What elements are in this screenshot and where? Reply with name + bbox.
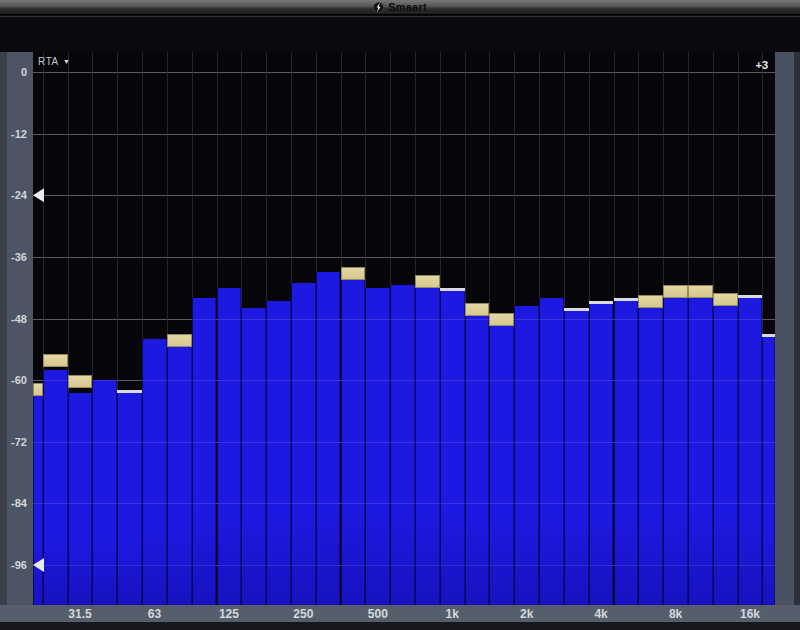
peak-hold-block-8k <box>663 285 688 298</box>
y-axis-label--36: -36 <box>0 250 30 264</box>
rta-bar-800 <box>415 283 440 606</box>
peak-hold-block-10k <box>688 285 713 298</box>
horizontal-gridline-overlay <box>33 565 775 566</box>
rta-bar-10k <box>688 290 713 605</box>
peak-hold-block-800 <box>415 275 440 288</box>
rta-bar-2.5k <box>539 298 564 605</box>
peak-hold-line-4k <box>589 301 614 304</box>
rta-bar-6.3k <box>638 301 663 606</box>
rta-bar-3.15k <box>564 311 589 605</box>
rta-bar-20 <box>33 396 43 606</box>
bottom-window-border <box>0 622 800 630</box>
rta-bar-12.5k <box>713 298 738 605</box>
peak-hold-line-50 <box>117 390 142 393</box>
right-window-border <box>794 52 800 605</box>
horizontal-gridline-overlay <box>33 442 775 443</box>
rta-bar-31.5 <box>68 393 93 605</box>
peak-hold-block-20 <box>33 383 43 396</box>
top-panel <box>0 16 800 52</box>
rta-bar-16k <box>738 298 763 605</box>
rta-bar-160 <box>241 308 266 605</box>
peak-hold-block-25 <box>43 354 68 367</box>
x-axis-label-500: 500 <box>356 606 400 622</box>
y-axis-label-0: 0 <box>0 65 30 79</box>
x-axis-label-1k: 1k <box>430 606 474 622</box>
peak-hold-block-6.3k <box>638 295 663 308</box>
rta-bar-5k <box>614 301 639 606</box>
horizontal-gridline-overlay <box>33 195 775 196</box>
horizontal-gridline-overlay <box>33 72 775 73</box>
x-axis-label-125: 125 <box>207 606 251 622</box>
y-axis-label--84: -84 <box>0 496 30 510</box>
horizontal-gridline-overlay <box>33 503 775 504</box>
level-marker--24db-icon[interactable] <box>33 188 44 202</box>
x-axis-label-31.5: 31.5 <box>58 606 102 622</box>
rta-bar-2k <box>514 306 539 605</box>
rta-bar-1.6k <box>489 321 514 605</box>
peak-hold-block-80 <box>167 334 192 347</box>
x-axis-label-2k: 2k <box>505 606 549 622</box>
x-axis-label-4k: 4k <box>579 606 623 622</box>
x-axis-label-250: 250 <box>281 606 325 622</box>
smaart-lightning-icon <box>373 2 384 13</box>
rta-bar-50 <box>117 393 142 605</box>
rta-bar-200 <box>266 301 291 606</box>
rta-bar-40 <box>92 380 117 605</box>
rta-bar-315 <box>316 272 341 605</box>
peak-hold-line-16k <box>738 295 763 298</box>
y-axis-label--96: -96 <box>0 558 30 572</box>
peak-hold-line-3.15k <box>564 308 589 311</box>
y-axis-label--12: -12 <box>0 127 30 141</box>
window-title: Smaart <box>388 1 427 13</box>
x-axis-label-8k: 8k <box>654 606 698 622</box>
peak-hold-line-20k <box>762 334 775 337</box>
peak-hold-block-12.5k <box>713 293 738 306</box>
rta-mode-label: RTA <box>38 56 59 67</box>
rta-bar-4k <box>589 303 614 605</box>
y-axis-label--60: -60 <box>0 373 30 387</box>
x-axis-label-16k: 16k <box>728 606 772 622</box>
peak-hold-line-1k <box>440 288 465 291</box>
rta-bar-1.25k <box>465 311 490 605</box>
rta-bar-8k <box>663 290 688 605</box>
horizontal-gridline-overlay <box>33 134 775 135</box>
rta-bar-500 <box>365 288 390 605</box>
window-titlebar[interactable]: Smaart <box>0 0 800 15</box>
peak-hold-block-1.6k <box>489 313 514 326</box>
horizontal-gridline-overlay <box>33 257 775 258</box>
x-axis-label-63: 63 <box>132 606 176 622</box>
gain-offset-readout: +3 <box>755 59 768 71</box>
rta-plot-area[interactable]: RTA ▼ +3 <box>33 52 775 605</box>
rta-bar-125 <box>217 288 242 605</box>
horizontal-gridline-overlay <box>33 319 775 320</box>
y-axis-label--24: -24 <box>0 188 30 202</box>
peak-hold-block-400 <box>341 267 366 280</box>
rta-bar-100 <box>192 298 217 605</box>
rta-bar-1k <box>440 290 465 605</box>
y-axis-label--72: -72 <box>0 435 30 449</box>
rta-mode-dropdown[interactable]: RTA ▼ <box>38 56 70 67</box>
peak-hold-line-5k <box>614 298 639 301</box>
right-border-strip <box>775 52 794 605</box>
smaart-window: Smaart RTA ▼ +3 0-12-24-36-48-60-72-84-9… <box>0 0 800 630</box>
rta-bar-250 <box>291 283 316 606</box>
peak-hold-block-1.25k <box>465 303 490 316</box>
rta-bar-80 <box>167 347 192 605</box>
chevron-down-icon: ▼ <box>63 58 71 65</box>
y-axis-label--48: -48 <box>0 312 30 326</box>
horizontal-gridline-overlay <box>33 380 775 381</box>
rta-bar-25 <box>43 370 68 605</box>
rta-bar-630 <box>390 285 415 605</box>
peak-hold-block-31.5 <box>68 375 93 388</box>
